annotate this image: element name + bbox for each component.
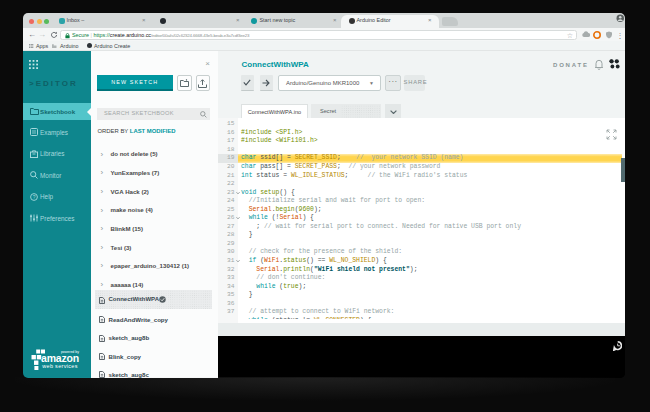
- svg-text:?: ?: [32, 193, 35, 199]
